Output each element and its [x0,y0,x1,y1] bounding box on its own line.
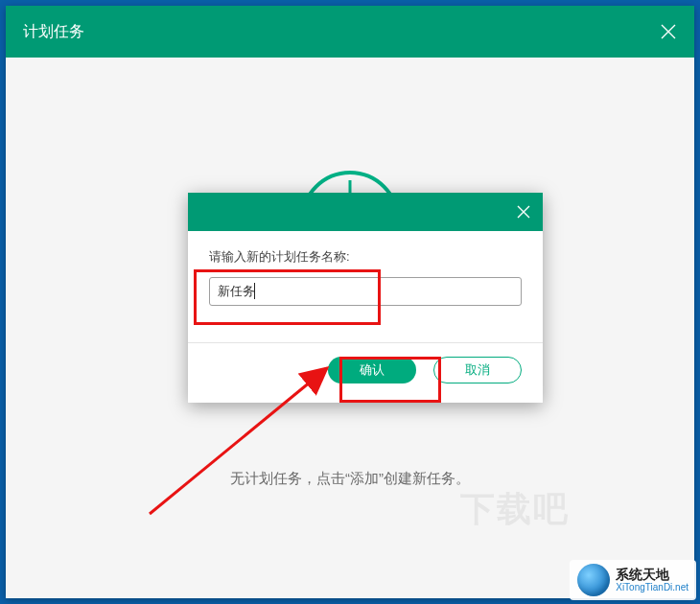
brand-text: 系统天地 XiTongTianDi.net [616,568,688,592]
rename-dialog: 请输入新的计划任务名称: 确认 取消 [188,193,543,403]
cancel-button[interactable]: 取消 [433,357,522,383]
close-icon[interactable] [660,23,677,40]
titlebar: 计划任务 [6,6,694,58]
globe-icon [577,564,610,596]
dialog-close-icon[interactable] [516,204,531,220]
task-name-input[interactable] [209,277,522,306]
window-title: 计划任务 [23,22,84,42]
brand-name: 系统天地 [616,568,688,582]
brand-url: XiTongTianDi.net [616,582,688,592]
watermark-text: 下载吧 [460,486,570,533]
task-name-field-wrap [209,277,522,306]
dialog-header [188,193,543,231]
main-window: 计划任务 下载吧 无计划任务，点击“添加”创建新任务。 请输入新的计划任务名称: [6,6,694,598]
confirm-button[interactable]: 确认 [328,357,416,383]
dialog-footer: 确认 取消 [188,343,543,383]
dialog-body: 请输入新的计划任务名称: [188,231,543,306]
text-caret [254,283,255,299]
empty-state-text: 无计划任务，点击“添加”创建新任务。 [230,470,470,488]
dialog-label: 请输入新的计划任务名称: [209,248,522,266]
brand-watermark: 系统天地 XiTongTianDi.net [570,560,696,600]
